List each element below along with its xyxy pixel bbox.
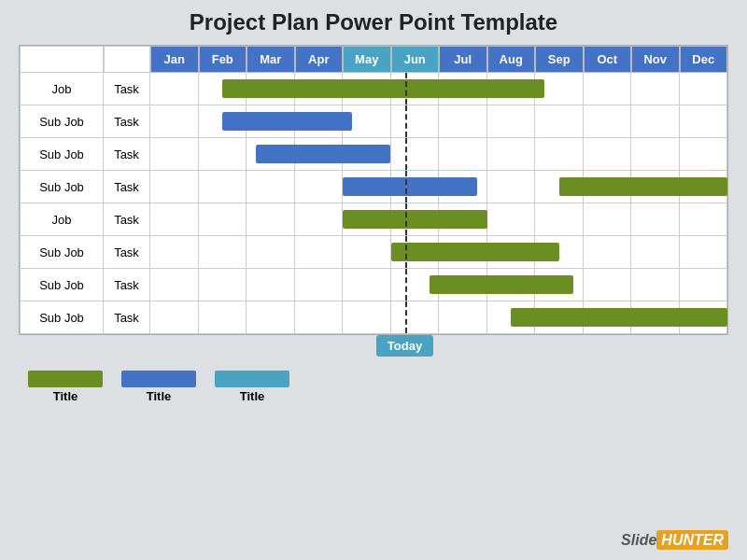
today-button[interactable]: Today: [376, 335, 433, 357]
row-task-4: Task: [104, 203, 150, 235]
today-line: [405, 269, 407, 301]
legend-label-0: Title: [53, 389, 78, 403]
gantt-area-2: [150, 138, 727, 170]
gantt-row-4: JobTask: [20, 203, 727, 236]
month-header-feb: Feb: [199, 46, 247, 73]
row-label-7: Sub Job: [20, 301, 104, 333]
month-header-jun: Jun: [391, 46, 440, 73]
gantt-row-1: Sub JobTask: [20, 105, 727, 138]
row-task-2: Task: [104, 138, 150, 170]
today-line: [405, 138, 407, 170]
row-task-7: Task: [104, 301, 150, 333]
today-line: [405, 301, 407, 333]
legend-color-2: [215, 371, 289, 387]
legend-row: TitleTitleTitle: [19, 371, 728, 403]
row-label-3: Sub Job: [20, 171, 104, 203]
row-task-0: Task: [104, 73, 150, 105]
gantt-area-6: [150, 269, 727, 301]
month-header-sep: Sep: [535, 46, 584, 73]
gantt-row-5: Sub JobTask: [20, 236, 727, 269]
slide-text: Slide: [621, 532, 656, 548]
month-header-nov: Nov: [631, 46, 680, 73]
row-label-0: Job: [20, 73, 104, 105]
gantt-area-0: [150, 73, 727, 105]
row-label-2: Sub Job: [20, 138, 104, 170]
month-header-row: JanFebMarAprMayJunJulAugSepOctNovDec: [20, 46, 727, 73]
row-task-3: Task: [104, 171, 150, 203]
month-header-mar: Mar: [247, 46, 295, 73]
today-line: [405, 73, 407, 105]
row-label-6: Sub Job: [20, 269, 104, 301]
gantt-row-2: Sub JobTask: [20, 138, 727, 171]
page-title: Project Plan Power Point Template: [190, 9, 557, 35]
month-header-oct: Oct: [584, 46, 632, 73]
row-task-1: Task: [104, 105, 150, 137]
row-label-5: Sub Job: [20, 236, 104, 268]
gantt-row-0: JobTask: [20, 73, 727, 105]
month-header-dec: Dec: [680, 46, 728, 73]
gantt-area-3: [150, 171, 727, 203]
month-header-jan: Jan: [150, 46, 199, 73]
today-line: [405, 105, 407, 137]
month-header-jul: Jul: [439, 46, 487, 73]
row-task-6: Task: [104, 269, 150, 301]
today-line: [405, 236, 407, 268]
gantt-area-5: [150, 236, 727, 268]
gantt-chart: JanFebMarAprMayJunJulAugSepOctNovDec Job…: [19, 45, 728, 335]
legend-color-0: [28, 371, 103, 387]
today-section: Today: [19, 335, 728, 363]
gantt-row-6: Sub JobTask: [20, 269, 727, 301]
legend-item-0: Title: [28, 371, 103, 403]
gantt-area-4: [150, 203, 727, 235]
legend-item-1: Title: [121, 371, 196, 403]
gantt-row-7: Sub JobTask: [20, 301, 727, 334]
today-line: [405, 171, 407, 203]
today-line: [405, 203, 407, 235]
row-label-1: Sub Job: [20, 105, 104, 137]
hunter-text: HUNTER: [656, 530, 728, 550]
legend-item-2: Title: [215, 371, 289, 403]
gantt-row-3: Sub JobTask: [20, 171, 727, 203]
legend-label-2: Title: [240, 389, 265, 403]
month-header-apr: Apr: [295, 46, 344, 73]
branding: SlideHUNTER: [621, 532, 728, 549]
month-header-aug: Aug: [487, 46, 536, 73]
gantt-area-7: [150, 301, 727, 333]
header-empty-job: [20, 46, 104, 73]
row-task-5: Task: [104, 236, 150, 268]
month-header-may: May: [343, 46, 391, 73]
legend-label-1: Title: [147, 389, 172, 403]
legend-color-1: [121, 371, 196, 387]
header-empty-task: [104, 46, 150, 73]
row-label-4: Job: [20, 203, 104, 235]
gantt-area-1: [150, 105, 727, 137]
